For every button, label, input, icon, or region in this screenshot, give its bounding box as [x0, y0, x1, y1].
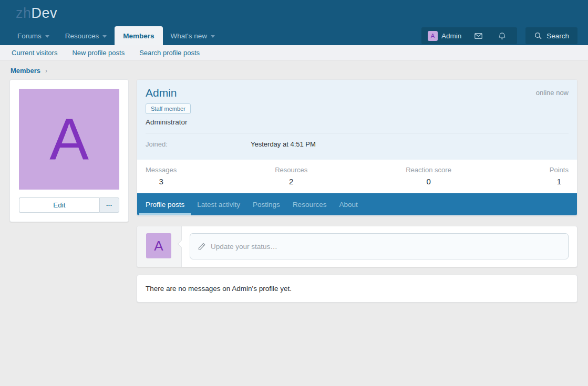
nav-forums[interactable]: Forums: [9, 26, 57, 45]
online-status: online now: [536, 89, 569, 97]
profile-avatar[interactable]: A: [19, 89, 119, 190]
nav-whats-new-label: What's new: [171, 32, 207, 40]
logo-prefix: zh: [16, 5, 32, 21]
subnav-new-profile-posts[interactable]: New profile posts: [72, 49, 125, 57]
pencil-icon: [198, 242, 206, 251]
profile-username: Admin: [146, 87, 177, 99]
chevron-down-icon[interactable]: [102, 35, 107, 38]
profile-main: Admin online now Staff member Administra…: [137, 79, 577, 302]
profile-sidebar: A Edit •••: [9, 79, 129, 222]
profile-stats: Messages 3 Resources 2 Reaction score 0 …: [137, 160, 577, 193]
joined-value: Yesterday at 4:51 PM: [251, 140, 316, 148]
tab-postings[interactable]: Postings: [246, 193, 286, 215]
avatar-actions: Edit •••: [19, 197, 119, 213]
stat-points[interactable]: Points 1: [550, 166, 569, 186]
header-username: Admin: [441, 32, 461, 40]
search-button[interactable]: Search: [525, 27, 577, 44]
site-header: zhDev Forums Resources Members What's ne…: [0, 0, 588, 60]
nav-members[interactable]: Members: [115, 26, 162, 45]
tab-profile-posts[interactable]: Profile posts: [139, 193, 191, 215]
stat-messages[interactable]: Messages 3: [146, 166, 177, 186]
sub-navigation: Current visitors New profile posts Searc…: [0, 45, 588, 60]
edit-button[interactable]: Edit: [19, 197, 99, 213]
alerts-button[interactable]: [490, 32, 514, 40]
account-menu-button[interactable]: A Admin: [425, 31, 467, 41]
profile-header: Admin online now Staff member Administra…: [137, 80, 577, 160]
nav-forums-label: Forums: [17, 32, 42, 40]
joined-label: Joined:: [146, 140, 251, 148]
main-nav: Forums Resources Members What's new: [9, 26, 223, 45]
status-update-card: A: [137, 226, 577, 267]
tab-resources[interactable]: Resources: [286, 193, 333, 215]
user-role: Administrator: [146, 118, 569, 126]
stat-reaction-score[interactable]: Reaction score 0: [406, 166, 451, 186]
stat-label: Resources: [275, 166, 307, 174]
nav-resources[interactable]: Resources: [57, 26, 115, 45]
stat-label: Messages: [146, 166, 177, 174]
inbox-button[interactable]: [467, 32, 490, 40]
subnav-search-profile-posts[interactable]: Search profile posts: [139, 49, 200, 57]
stat-value[interactable]: 1: [550, 177, 569, 186]
tab-about[interactable]: About: [333, 193, 364, 215]
breadcrumb-members-link[interactable]: Members: [11, 67, 40, 75]
site-logo[interactable]: zhDev: [16, 5, 57, 22]
search-label: Search: [546, 32, 569, 40]
chevron-down-icon[interactable]: [211, 35, 215, 38]
profile-tab-bar: Profile posts Latest activity Postings R…: [137, 193, 577, 215]
status-form: [182, 226, 577, 267]
subnav-current-visitors[interactable]: Current visitors: [12, 49, 57, 57]
page-root: zhDev Forums Resources Members What's ne…: [0, 0, 588, 386]
tab-latest-activity[interactable]: Latest activity: [191, 193, 246, 215]
stat-value[interactable]: 0: [406, 177, 451, 186]
envelope-icon: [474, 32, 483, 40]
bell-icon: [498, 32, 507, 40]
status-avatar-gutter: A: [137, 226, 182, 267]
stat-value[interactable]: 2: [275, 177, 307, 186]
status-avatar[interactable]: A: [146, 233, 171, 258]
stat-value[interactable]: 3: [146, 177, 177, 186]
joined-row: Joined: Yesterday at 4:51 PM: [146, 133, 569, 153]
search-icon: [534, 32, 542, 40]
profile-card: Admin online now Staff member Administra…: [137, 79, 577, 216]
chevron-down-icon[interactable]: [45, 35, 49, 38]
nav-whats-new[interactable]: What's new: [163, 26, 223, 45]
content-area: A Edit ••• Admin online now Staff member…: [0, 79, 588, 324]
header-avatar[interactable]: A: [428, 31, 438, 41]
empty-profile-message: There are no messages on Admin's profile…: [137, 275, 577, 302]
stat-resources[interactable]: Resources 2: [275, 166, 307, 186]
chevron-right-icon: ›: [45, 67, 47, 75]
header-actions: A Admin: [421, 26, 577, 45]
staff-member-badge: Staff member: [146, 103, 191, 114]
more-options-button[interactable]: •••: [99, 197, 119, 213]
status-input-container[interactable]: [190, 233, 569, 259]
logo-row: zhDev: [0, 0, 588, 26]
account-block: A Admin: [421, 27, 517, 44]
logo-suffix: Dev: [32, 5, 58, 21]
status-input[interactable]: [211, 234, 561, 259]
main-nav-row: Forums Resources Members What's new: [0, 26, 588, 45]
nav-resources-label: Resources: [65, 32, 99, 40]
breadcrumb: Members ›: [0, 60, 588, 79]
stat-label: Points: [550, 166, 569, 174]
nav-members-label: Members: [123, 32, 154, 40]
stat-label: Reaction score: [406, 166, 451, 174]
profile-header-top: Admin online now: [146, 87, 569, 99]
